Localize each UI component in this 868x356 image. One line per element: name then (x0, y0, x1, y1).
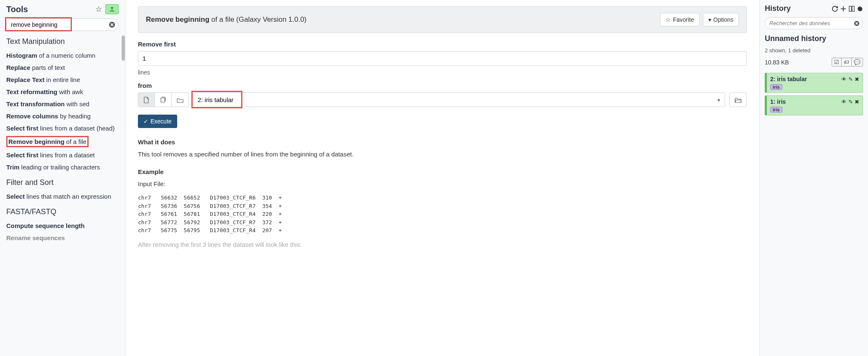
multi-file-icon[interactable] (155, 93, 172, 107)
tool-item[interactable]: Select first lines from a dataset (6, 149, 119, 161)
tool-item[interactable]: Select lines that match an expression (6, 190, 119, 202)
delete-icon[interactable]: ✖ (855, 76, 859, 82)
tool-item[interactable]: Text transformation with sed (6, 98, 119, 110)
tool-name: Remove beginning (146, 15, 209, 23)
tool-category: Text Manipulation Histogram of a numeric… (6, 37, 119, 173)
history-name[interactable]: Unnamed history (765, 34, 863, 43)
remove-first-input[interactable] (138, 51, 747, 66)
upload-button[interactable] (105, 4, 119, 14)
tool-search-input[interactable] (6, 18, 119, 31)
collection-icon[interactable] (172, 93, 188, 107)
tool-item[interactable]: Remove columns by heading (6, 110, 119, 122)
eye-icon[interactable]: 👁 (841, 99, 847, 105)
example-title: Example (138, 168, 747, 175)
clear-search-icon[interactable] (854, 20, 860, 26)
annotation-icon[interactable]: 💬 (852, 58, 863, 66)
dataset-name: 2: iris tabular (770, 76, 807, 82)
scrollbar[interactable] (122, 36, 125, 61)
tool-category: FASTA/FASTQ Compute sequence length Rena… (6, 207, 119, 244)
history-meta: 2 shown, 1 deleted (765, 47, 863, 54)
from-dataset-select[interactable] (193, 92, 725, 107)
history-title: History (765, 4, 791, 13)
caret-down-icon: ▾ (708, 16, 711, 23)
param-hint: lines (138, 69, 747, 76)
single-file-icon[interactable] (138, 93, 155, 107)
star-icon: ☆ (665, 16, 671, 23)
dataset-item[interactable]: 2: iris tabular 👁 ✎ ✖ iris (765, 73, 863, 93)
input-type-switch (138, 92, 189, 107)
tool-item[interactable]: Compute sequence length (6, 220, 119, 232)
select-icon[interactable]: ☑ (832, 58, 842, 66)
edit-icon[interactable]: ✎ (848, 76, 853, 82)
category-title[interactable]: Filter and Sort (6, 178, 119, 187)
refresh-icon[interactable] (832, 6, 838, 12)
execute-button[interactable]: ✓ Execute (138, 115, 177, 128)
svg-rect-2 (852, 6, 854, 11)
edit-icon[interactable]: ✎ (848, 99, 853, 105)
tool-item-highlighted[interactable]: Remove beginning of a file (6, 134, 119, 149)
example-data: chr7 56632 56652 D17003_CTCF_R6 310 + ch… (138, 194, 747, 235)
param-label: Remove first (138, 41, 747, 48)
tool-item[interactable]: Replace Text in entire line (6, 74, 119, 86)
tool-item[interactable]: Rename sequences (6, 232, 119, 244)
svg-rect-1 (849, 6, 851, 11)
gear-icon[interactable] (857, 6, 863, 12)
tool-header: Remove beginning of a file (Galaxy Versi… (138, 6, 747, 33)
tool-item[interactable]: Text reformatting with awk (6, 86, 119, 98)
dataset-name: 1: iris (770, 98, 786, 105)
example-input-label: Input File: (138, 180, 747, 187)
tools-panel: Tools ☆ Text Manipulation Histogram of a… (0, 0, 125, 356)
help-title: What it does (138, 138, 747, 146)
example-after-text: After removing the first 3 lines the dat… (138, 241, 747, 248)
delete-icon[interactable]: ✖ (855, 99, 859, 105)
eye-icon[interactable]: 👁 (841, 76, 847, 82)
history-search-input[interactable] (765, 17, 863, 29)
tags-icon[interactable]: 🏷 (842, 58, 852, 66)
tool-item[interactable]: Trim leading or trailing characters (6, 161, 119, 173)
tool-form-panel: Remove beginning of a file (Galaxy Versi… (125, 0, 759, 356)
dataset-tag[interactable]: iris (770, 107, 782, 113)
tool-item[interactable]: Select first lines from a dataset (head) (6, 122, 119, 134)
category-title[interactable]: FASTA/FASTQ (6, 207, 119, 216)
favorites-icon[interactable]: ☆ (95, 5, 102, 14)
browse-button[interactable] (729, 92, 747, 107)
tool-item[interactable]: Histogram of a numeric column (6, 49, 119, 61)
favorite-button[interactable]: ☆ Favorite (660, 13, 700, 26)
tools-title: Tools (6, 5, 28, 14)
view-all-icon[interactable] (849, 6, 855, 12)
options-button[interactable]: ▾ Options (703, 13, 739, 26)
from-label: from (138, 82, 747, 89)
check-icon: ✓ (143, 118, 148, 125)
history-panel: History Unnamed history 2 shown, 1 delet… (759, 0, 868, 356)
dataset-tag[interactable]: iris (770, 84, 782, 90)
history-action-icons: ☑ 🏷 💬 (832, 58, 863, 67)
tool-category: Filter and Sort Select lines that match … (6, 178, 119, 202)
new-history-icon[interactable] (840, 6, 846, 12)
clear-search-icon[interactable] (109, 21, 115, 28)
category-title[interactable]: Text Manipulation (6, 37, 119, 46)
history-size: 10.83 KB (765, 59, 789, 66)
tool-version: of a file (Galaxy Version 1.0.0) (209, 15, 306, 23)
dataset-item[interactable]: 1: iris 👁 ✎ ✖ iris (765, 95, 863, 115)
help-text: This tool removes a specified number of … (138, 151, 747, 158)
tool-item[interactable]: Replace parts of text (6, 61, 119, 74)
